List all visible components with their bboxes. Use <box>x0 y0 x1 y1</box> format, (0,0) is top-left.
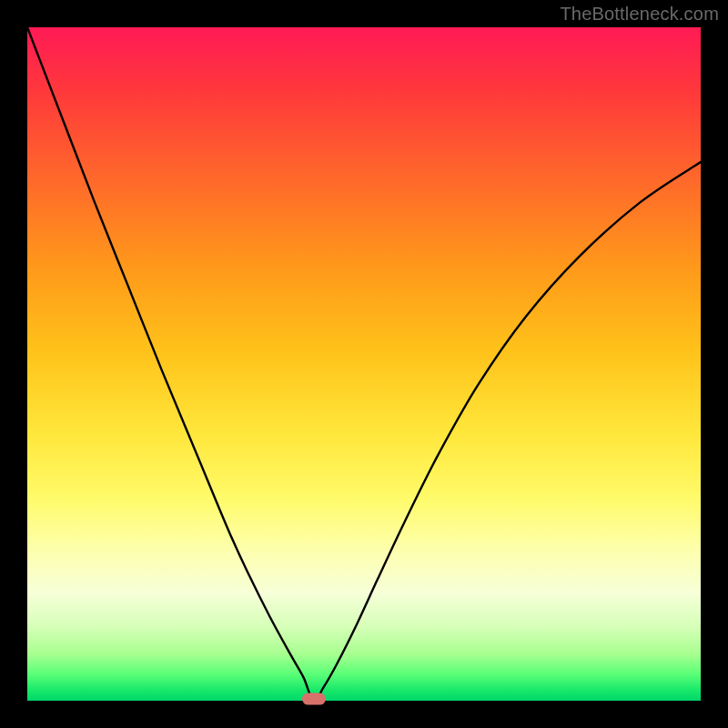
chart-frame: TheBottleneck.com <box>0 0 728 728</box>
minimum-marker <box>302 693 326 705</box>
watermark-text: TheBottleneck.com <box>560 4 719 25</box>
plot-area <box>27 27 701 701</box>
bottleneck-curve <box>27 27 701 701</box>
